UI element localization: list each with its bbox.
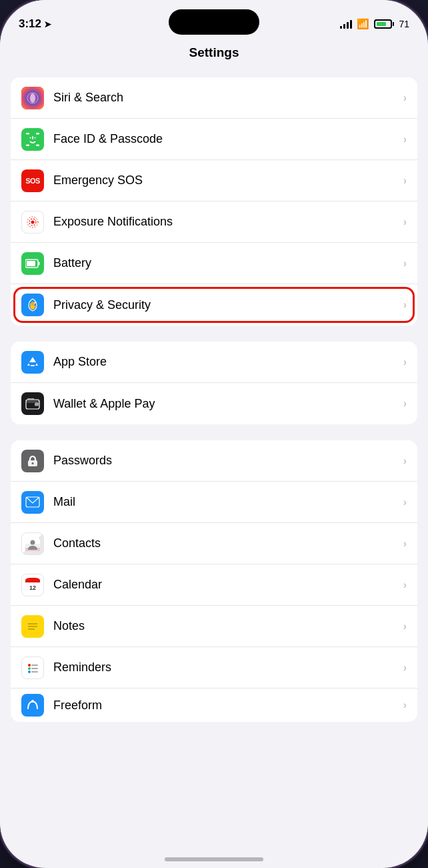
passwords-icon [21, 450, 44, 472]
exposure-label: Exposure Notifications [53, 215, 403, 229]
exposure-icon [21, 211, 44, 234]
settings-group-3: Passwords › Mail › [11, 440, 417, 722]
svg-point-9 [35, 137, 36, 138]
svg-point-10 [31, 220, 35, 224]
mail-label: Mail [53, 495, 403, 509]
svg-point-2 [30, 93, 35, 103]
svg-point-41 [28, 667, 31, 670]
app-store-chevron: › [403, 356, 407, 368]
privacy-label: Privacy & Security [53, 298, 403, 312]
settings-group-1: Siri & Search › [11, 77, 417, 326]
calendar-svg: 12 [25, 578, 40, 592]
notes-svg [25, 619, 40, 634]
siri-gradient-icon [21, 87, 44, 109]
wallet-row[interactable]: Wallet & Apple Pay › [11, 383, 417, 424]
settings-group-2: App Store › Wa [11, 342, 417, 424]
reminders-row[interactable]: Reminders › [11, 647, 417, 689]
mail-svg [25, 496, 40, 508]
mail-row[interactable]: Mail › [11, 482, 417, 523]
passwords-svg [26, 454, 39, 468]
wallet-chevron: › [403, 398, 407, 410]
svg-rect-39 [25, 661, 40, 675]
privacy-icon: ✋ [21, 294, 44, 316]
passwords-label: Passwords [53, 454, 403, 468]
faceid-svg [25, 132, 40, 147]
privacy-security-row[interactable]: ✋ Privacy & Security › [11, 284, 417, 326]
svg-rect-20 [35, 403, 39, 406]
siri-search-label: Siri & Search [53, 91, 403, 105]
reminders-svg [25, 661, 40, 675]
nav-bar: Settings [0, 39, 428, 68]
app-store-row[interactable]: App Store › [11, 342, 417, 383]
svg-point-30 [31, 540, 35, 544]
exposure-chevron: › [403, 216, 407, 228]
wifi-icon: 📶 [357, 18, 369, 30]
svg-point-40 [28, 664, 31, 667]
privacy-svg: ✋ [25, 298, 40, 312]
mail-icon [21, 491, 44, 514]
app-store-icon [21, 351, 44, 374]
siri-icon [21, 87, 44, 109]
faceid-chevron: › [403, 133, 407, 145]
contacts-icon [21, 532, 44, 555]
exposure-row[interactable]: Exposure Notifications › [11, 201, 417, 243]
appstore-svg [25, 355, 40, 370]
reminders-chevron: › [403, 662, 407, 674]
battery-svg [25, 259, 40, 268]
phone-shell: 3:12 ➤ 📶 [0, 0, 428, 868]
wallet-icon [21, 392, 44, 415]
svg-rect-22 [27, 398, 31, 400]
location-arrow-icon: ➤ [44, 19, 51, 29]
battery-icon [374, 19, 394, 29]
contacts-svg [25, 536, 40, 551]
svg-rect-6 [36, 144, 39, 146]
sos-chevron: › [403, 175, 407, 187]
mail-chevron: › [403, 496, 407, 508]
privacy-chevron: › [403, 299, 407, 311]
phone-screen: 3:12 ➤ 📶 [0, 0, 428, 868]
settings-scroll-area[interactable]: Siri & Search › [0, 68, 428, 864]
battery-label: Battery [53, 256, 403, 270]
contacts-row[interactable]: Contacts › [11, 523, 417, 564]
svg-rect-23 [31, 398, 34, 400]
home-indicator [165, 857, 263, 861]
svg-point-8 [30, 137, 31, 138]
svg-text:✋: ✋ [28, 300, 38, 310]
exposure-svg [25, 215, 40, 230]
freeform-row[interactable]: Freeform › [11, 689, 417, 722]
contacts-chevron: › [403, 538, 407, 550]
svg-rect-19 [26, 400, 39, 402]
freeform-label: Freeform [53, 699, 403, 713]
svg-rect-3 [26, 133, 29, 135]
siri-chevron: › [403, 92, 407, 104]
notes-icon [21, 615, 44, 638]
notes-row[interactable]: Notes › [11, 606, 417, 647]
siri-search-row[interactable]: Siri & Search › [11, 77, 417, 119]
app-store-label: App Store [53, 355, 403, 369]
dynamic-island [169, 9, 259, 35]
calendar-label: Calendar [53, 578, 403, 592]
reminders-icon [21, 657, 44, 679]
battery-settings-icon [21, 252, 44, 275]
passwords-row[interactable]: Passwords › [11, 440, 417, 482]
notes-label: Notes [53, 619, 403, 633]
svg-point-42 [28, 671, 31, 673]
status-time: 3:12 ➤ [19, 17, 51, 31]
svg-text:12: 12 [29, 584, 36, 591]
calendar-icon: 12 [21, 574, 44, 596]
svg-rect-15 [27, 261, 35, 266]
wallet-svg [25, 398, 40, 410]
faceid-row[interactable]: Face ID & Passcode › [11, 119, 417, 160]
calendar-row[interactable]: 12 Calendar › [11, 564, 417, 606]
calendar-chevron: › [403, 579, 407, 591]
svg-point-46 [31, 700, 34, 703]
faceid-label: Face ID & Passcode [53, 132, 403, 146]
notes-chevron: › [403, 620, 407, 632]
svg-rect-14 [39, 262, 40, 265]
emergency-sos-row[interactable]: SOS Emergency SOS › [11, 160, 417, 201]
battery-percent: 71 [399, 19, 409, 29]
page-title: Settings [0, 45, 428, 60]
svg-rect-4 [36, 133, 39, 135]
battery-row[interactable]: Battery › [11, 243, 417, 284]
freeform-svg [25, 698, 40, 713]
